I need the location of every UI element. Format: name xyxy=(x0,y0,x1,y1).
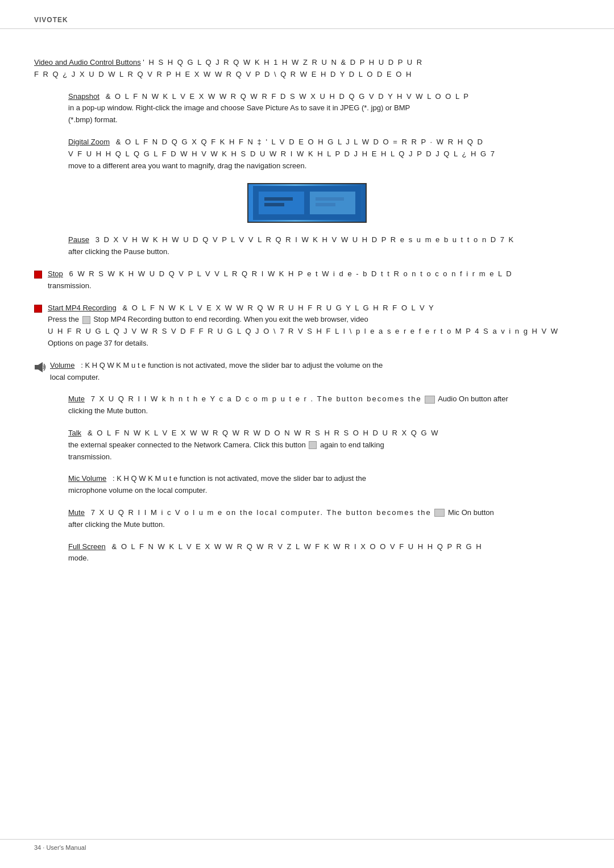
mute2-text3: after clicking the Mute button. xyxy=(68,520,165,529)
mp4-stop-inline-btn xyxy=(82,316,90,324)
volume-title: Volume xyxy=(50,361,74,369)
mp4-content: Start MP4 Recording & O L F N W K L V E … xyxy=(48,302,580,350)
mute-title: Mute xyxy=(68,394,85,403)
mp4-text2: Press the xyxy=(48,315,79,323)
pause-block: Pause 3 D X V H W K H W U D Q V P L V V … xyxy=(68,234,580,258)
talk-stop-inline-btn xyxy=(309,441,317,449)
mp4-block: Start MP4 Recording & O L F N W K L V E … xyxy=(34,302,580,350)
svg-rect-5 xyxy=(316,197,344,201)
mute2-block: Mute 7 X U Q R I I M i c V o l u m e on … xyxy=(68,507,580,531)
top-divider xyxy=(0,28,614,29)
bottom-divider xyxy=(0,839,614,840)
audio-on-inline-btn xyxy=(425,396,435,404)
main-title-block: Video and Audio Control Buttons ' H S H … xyxy=(34,57,580,81)
snapshot-text3: (*.bmp) format. xyxy=(68,115,118,124)
volume-block: Volume : K H Q W K M u t e function is n… xyxy=(34,360,580,384)
zoom-image-container xyxy=(34,183,580,223)
digital-zoom-encoded: & O L F N D Q G X Q F K H F N ‡ ' L V D … xyxy=(116,138,484,146)
mp4-record-icon xyxy=(34,305,42,313)
zoom-svg xyxy=(253,186,361,220)
full-screen-encoded: & O L F N W K L V E X W W R Q W R V Z L … xyxy=(112,542,483,551)
mute-text3: clicking the Mute button. xyxy=(68,406,148,415)
digital-zoom-encoded2: V F U H H Q L Q G L F D W H V W K H S D … xyxy=(68,149,496,158)
digital-zoom-text2: move to a different area you want to mag… xyxy=(68,161,306,170)
footer-label: 34 · User's Manual xyxy=(34,844,86,851)
mp4-title: Start MP4 Recording xyxy=(48,304,117,312)
mp4-encoded: & O L F N W K L V E X W W R Q W R U H F … xyxy=(123,304,435,312)
talk-block: Talk & O L F N W K L V E X W W R Q W R W… xyxy=(68,427,580,463)
stop-encoded: 6 W R S W K H W U D Q V P L V V L R Q R … xyxy=(69,269,513,278)
mute-text2b: Audio On button after xyxy=(438,394,508,403)
mute2-encoded: 7 X U Q R I I M i c V o l u m e on the l… xyxy=(91,508,432,517)
volume-icon-container xyxy=(34,361,47,375)
pause-title: Pause xyxy=(68,235,89,244)
mute-encoded: 7 X U Q R I I W k h n t h e Y c a D c o … xyxy=(91,394,422,403)
stop-block: Stop 6 W R S W K H W U D Q V P L V V L R… xyxy=(34,268,580,292)
mute2-text2b: Mic On button xyxy=(448,508,494,517)
stop-icon-container xyxy=(34,269,44,279)
svg-rect-7 xyxy=(35,365,38,369)
talk-text2b: again to end talking xyxy=(320,441,384,449)
snapshot-title: Snapshot xyxy=(68,92,99,101)
zoom-screenshot xyxy=(247,183,367,223)
svg-rect-6 xyxy=(316,203,335,206)
main-title-encoded2: F R Q ¿ J X U D W L R Q V R P H E X W W … xyxy=(34,70,412,78)
stop-title: Stop xyxy=(48,269,63,278)
stop-text2: transmission. xyxy=(48,281,92,290)
full-screen-title: Full Screen xyxy=(68,542,106,551)
digital-zoom-title: Digital Zoom xyxy=(68,138,110,146)
mic-volume-title: Mic Volume xyxy=(68,474,106,483)
pause-text2: after clicking the Pause button. xyxy=(68,247,169,256)
snapshot-encoded: & O L F N W K L V E X W W R Q W R F D S … xyxy=(106,92,470,101)
snapshot-block: Snapshot & O L F N W K L V E X W W R Q W… xyxy=(68,91,580,126)
pause-encoded: 3 D X V H W K H W U D Q V P L V V L R Q … xyxy=(96,235,515,244)
brand-label: VIVOTEK xyxy=(34,16,68,24)
volume-text2: local computer. xyxy=(50,373,99,381)
volume-content: Volume : K H Q W K M u t e function is n… xyxy=(50,360,580,384)
stop-icon xyxy=(34,271,42,279)
digital-zoom-block: Digital Zoom & O L F N D Q G X Q F K H F… xyxy=(68,136,580,172)
full-screen-text2: mode. xyxy=(68,554,89,562)
mute-block: Mute 7 X U Q R I I W k h n t h e Y c a D… xyxy=(68,393,580,417)
full-screen-block: Full Screen & O L F N W K L V E X W W R … xyxy=(68,541,580,565)
mic-volume-text2: microphone volume on the local computer. xyxy=(68,486,207,495)
svg-rect-3 xyxy=(264,197,293,201)
svg-rect-4 xyxy=(264,203,284,206)
mp4-encoded3: U H F R U G L Q J V W R S V D F F R U G … xyxy=(48,327,559,335)
talk-title: Talk xyxy=(68,429,81,437)
stop-content: Stop 6 W R S W K H W U D Q V P L V V L R… xyxy=(48,268,580,292)
mic-volume-block: Mic Volume : K H Q W K M u t e function … xyxy=(68,473,580,497)
mic-on-inline-btn xyxy=(434,509,445,517)
mp4-text2b: Stop MP4 Recording button to end recordi… xyxy=(93,315,368,323)
talk-text2: the external speaker connected to the Ne… xyxy=(68,441,306,449)
snapshot-text2: in a pop-up window. Right-click the imag… xyxy=(68,103,410,112)
volume-encoded: : K H Q W K M u t e function is not acti… xyxy=(81,361,383,369)
svg-marker-8 xyxy=(38,362,43,372)
mp4-icon-container xyxy=(34,304,44,313)
volume-icon xyxy=(34,361,47,373)
talk-text3: transmission. xyxy=(68,452,112,461)
mute2-title: Mute xyxy=(68,508,85,517)
main-title-encoded: ' H S H Q G L Q J R Q W K H 1 H W Z R U … xyxy=(143,58,423,67)
mic-volume-encoded: : K H Q W K M u t e function is not acti… xyxy=(113,474,366,483)
main-section-title: Video and Audio Control Buttons xyxy=(34,58,141,67)
talk-encoded: & O L F N W K L V E X W W R Q W R W D O … xyxy=(88,429,439,437)
mp4-text3: Options on page 37 for details. xyxy=(48,339,148,347)
